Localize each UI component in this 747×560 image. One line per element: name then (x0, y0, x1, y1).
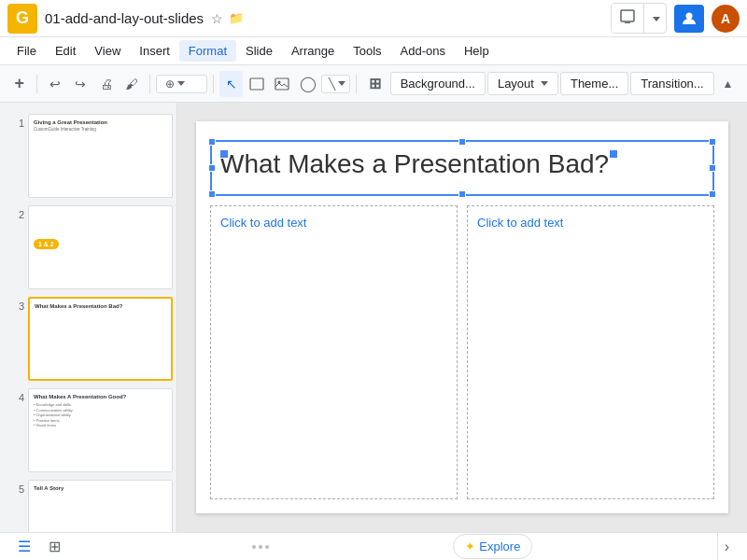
present-dropdown-button[interactable] (644, 7, 666, 30)
toolbar-separator-3 (213, 75, 214, 93)
avatar[interactable]: A (712, 5, 740, 33)
zoom-control[interactable]: ⊕ (156, 75, 208, 93)
toolbar-separator-4 (356, 75, 357, 93)
collaborate-button[interactable] (674, 5, 704, 33)
add-slide-button[interactable]: + (7, 71, 31, 97)
present-button-group (611, 3, 667, 34)
resize-handle-bl[interactable] (208, 190, 216, 198)
textbox-tool-button[interactable] (245, 71, 268, 97)
slide-title-text[interactable]: What Makes a Presentation Bad? (219, 149, 609, 178)
menu-tools[interactable]: Tools (344, 40, 390, 62)
main-layout: 1 Giving a Great Presentation CustomGuid… (0, 103, 747, 532)
background-button[interactable]: Background... (390, 72, 486, 95)
content-left-placeholder: Click to add text (220, 216, 307, 230)
menu-insert[interactable]: Insert (130, 40, 179, 62)
header-right: A (611, 3, 740, 34)
svg-rect-3 (250, 78, 263, 90)
slide-number-5: 5 (7, 483, 24, 495)
doc-title-actions: ☆ 📁 (211, 11, 244, 26)
app-icon: G (7, 4, 37, 34)
resize-handle-ml[interactable] (208, 164, 216, 172)
slide-canvas: What Makes a Presentation Bad? Click to … (196, 121, 728, 513)
layout-chevron (541, 81, 548, 86)
dot-2 (259, 545, 262, 549)
slide-item-4[interactable]: 4 What Makes A Presentation Good? • Know… (0, 385, 176, 476)
title-textbox[interactable]: What Makes a Presentation Bad? (210, 140, 714, 196)
layout-button[interactable]: Layout (487, 72, 558, 95)
folder-icon[interactable]: 📁 (229, 11, 244, 25)
zoom-chevron (177, 81, 185, 86)
image-tool-button[interactable] (271, 71, 294, 97)
toolbar-separator-1 (36, 75, 37, 93)
line-tool-dropdown[interactable]: ╲ (321, 75, 350, 93)
canvas-area: What Makes a Presentation Bad? Click to … (177, 103, 747, 532)
transition-button[interactable]: Transition... (630, 72, 713, 95)
explore-button[interactable]: ✦ Explore (453, 534, 532, 559)
dot-3 (265, 545, 269, 549)
resize-handle-tr[interactable] (709, 138, 716, 146)
menu-format[interactable]: Format (179, 40, 236, 62)
titlebar: G 01-add-and-lay-out-slides ☆ 📁 A (0, 0, 747, 37)
content-left[interactable]: Click to add text (210, 205, 458, 499)
toolbar: + ↩ ↪ 🖨 🖌 ⊕ ↖ ◯ ╲ ⊞ Background... Layout… (0, 65, 747, 103)
paint-format-button[interactable]: 🖌 (120, 71, 143, 97)
resize-handle-tl[interactable] (208, 138, 216, 146)
menu-edit[interactable]: Edit (46, 40, 85, 62)
menubar: File Edit View Insert Format Slide Arran… (0, 37, 747, 65)
dot-1 (252, 545, 256, 549)
explore-label: Explore (479, 539, 520, 553)
redo-button[interactable]: ↪ (69, 71, 92, 97)
star-icon[interactable]: ☆ (211, 11, 223, 26)
scroll-right-button[interactable]: › (717, 533, 736, 561)
bottombar: ☰ ⊞ ✦ Explore › (0, 532, 747, 560)
slide-thumb-4[interactable]: What Makes A Presentation Good? • Knowle… (28, 388, 173, 472)
toolbar-separator-2 (149, 75, 150, 93)
slide-thumb-1[interactable]: Giving a Great Presentation CustomGuide … (28, 114, 173, 198)
menu-slide[interactable]: Slide (236, 40, 282, 62)
line-icon: ╲ (329, 77, 335, 91)
grid-view-button[interactable]: ⊞ (41, 537, 67, 557)
present-button[interactable] (612, 4, 644, 33)
svg-rect-1 (625, 22, 630, 23)
svg-rect-0 (621, 10, 634, 21)
slide-item-1[interactable]: 1 Giving a Great Presentation CustomGuid… (0, 110, 176, 202)
theme-button[interactable]: Theme... (560, 72, 628, 95)
resize-handle-br[interactable] (709, 190, 716, 198)
content-right[interactable]: Click to add text (467, 205, 714, 499)
menu-view[interactable]: View (85, 40, 130, 62)
slides-panel: 1 Giving a Great Presentation CustomGuid… (0, 103, 177, 532)
slide-number-3: 3 (7, 301, 24, 312)
resize-handle-bc[interactable] (458, 190, 466, 198)
menu-file[interactable]: File (7, 40, 46, 62)
slide-item-5[interactable]: 5 Tell A Story (0, 476, 176, 532)
slide-thumb-5[interactable]: Tell A Story (28, 480, 173, 532)
menu-help[interactable]: Help (455, 40, 499, 62)
collapse-toolbar-button[interactable]: ▲ (716, 71, 740, 97)
slide-number-4: 4 (7, 392, 24, 403)
resize-handle-tc[interactable] (458, 138, 466, 146)
zoom-value: ⊕ (165, 77, 175, 91)
menu-arrange[interactable]: Arrange (282, 40, 344, 62)
resize-handle-mr[interactable] (709, 164, 716, 172)
filmstrip-view-button[interactable]: ☰ (11, 537, 37, 557)
slide-item-3[interactable]: 3 What Makes a Presentation Bad? (0, 293, 176, 385)
menu-addons[interactable]: Add-ons (391, 40, 455, 62)
slide-thumb-2[interactable]: 1 & 2 (28, 205, 173, 289)
view-buttons: ☰ ⊞ (11, 537, 67, 557)
shapes-tool-button[interactable]: ◯ (296, 71, 319, 97)
undo-button[interactable]: ↩ (43, 71, 66, 97)
select-tool-button[interactable]: ↖ (219, 71, 243, 97)
line-chevron (338, 81, 345, 86)
svg-rect-4 (275, 78, 289, 90)
slide-number-2: 2 (7, 209, 24, 220)
slide-item-2[interactable]: 2 1 & 2 (0, 202, 176, 293)
explore-icon: ✦ (465, 539, 475, 553)
slide-number-1: 1 (7, 118, 24, 129)
doc-title[interactable]: 01-add-and-lay-out-slides (45, 10, 204, 26)
svg-point-2 (686, 12, 693, 19)
insert-special-button[interactable]: ⊞ (362, 71, 386, 97)
content-right-placeholder: Click to add text (477, 216, 564, 230)
bottom-dots (252, 545, 269, 549)
slide-thumb-3[interactable]: What Makes a Presentation Bad? (28, 297, 173, 381)
print-button[interactable]: 🖨 (94, 71, 118, 97)
